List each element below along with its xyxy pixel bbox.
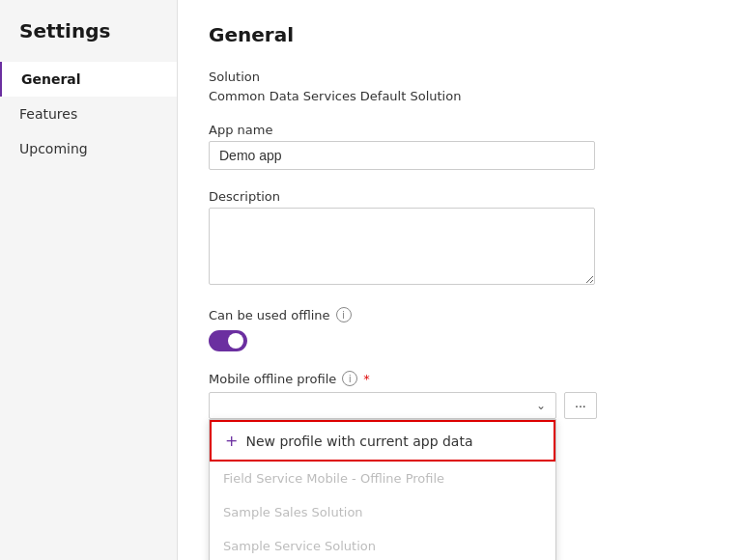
sidebar-title: Settings [0, 19, 177, 62]
description-field: Description [209, 189, 708, 288]
sidebar-item-general[interactable]: General [0, 62, 177, 97]
dropdown-item-new-profile[interactable]: + New profile with current app data [210, 420, 555, 462]
description-label: Description [209, 189, 708, 204]
description-input[interactable] [209, 208, 595, 285]
dropdown-item-option3[interactable]: Sample Service Solution [210, 529, 555, 560]
required-indicator: * [363, 372, 370, 386]
mobile-offline-dropdown-wrapper: ⌄ + New profile with current app data Fi… [209, 392, 556, 419]
dropdown-menu: + New profile with current app data Fiel… [209, 419, 556, 560]
solution-field: Solution Common Data Services Default So… [209, 70, 708, 103]
mobile-offline-info-icon[interactable]: i [342, 371, 357, 386]
mobile-offline-label: Mobile offline profile i * [209, 371, 708, 386]
mobile-offline-profile-group: Mobile offline profile i * ⌄ + New profi… [209, 371, 708, 419]
offline-label: Can be used offline i [209, 307, 708, 322]
plus-icon: + [225, 432, 238, 450]
chevron-down-icon: ⌄ [536, 399, 546, 412]
toggle-thumb [228, 333, 243, 349]
sidebar-item-features[interactable]: Features [0, 97, 177, 131]
page-title: General [209, 23, 708, 46]
solution-label: Solution [209, 70, 708, 84]
app-name-field: App name [209, 123, 708, 170]
app-name-input[interactable] [209, 141, 595, 170]
main-content: General Solution Common Data Services De… [178, 0, 739, 560]
offline-field-group: Can be used offline i [209, 307, 708, 351]
dropdown-item-option1[interactable]: Field Service Mobile - Offline Profile [210, 462, 555, 495]
offline-toggle[interactable] [209, 330, 247, 351]
mobile-offline-dropdown[interactable]: ⌄ [209, 392, 556, 419]
sidebar-item-upcoming[interactable]: Upcoming [0, 131, 177, 166]
more-options-button[interactable]: ··· [564, 392, 597, 419]
app-name-label: App name [209, 123, 708, 137]
solution-value: Common Data Services Default Solution [209, 89, 461, 103]
dropdown-item-option2[interactable]: Sample Sales Solution [210, 495, 555, 529]
sidebar: Settings General Features Upcoming [0, 0, 178, 560]
offline-info-icon[interactable]: i [336, 307, 352, 322]
